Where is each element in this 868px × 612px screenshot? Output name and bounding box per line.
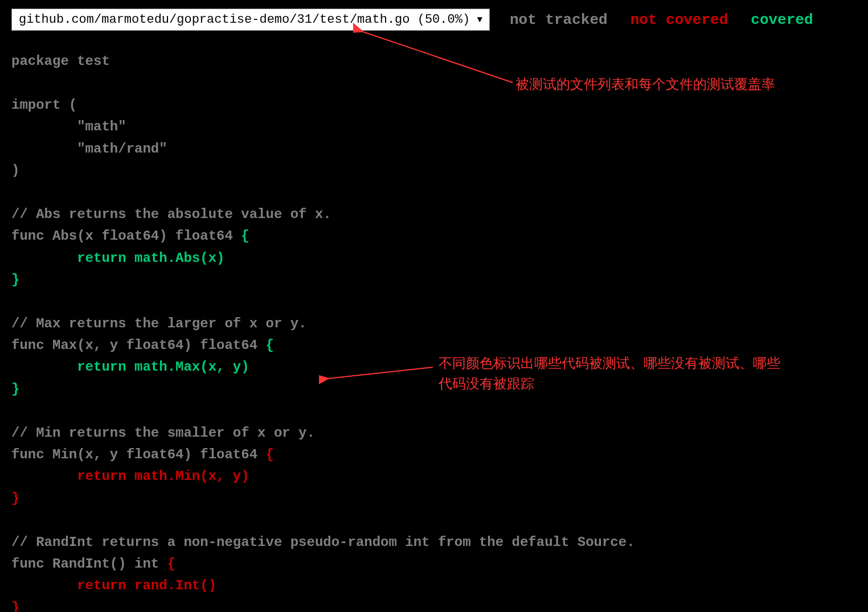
legend: not tracked not covered covered xyxy=(510,11,813,28)
annotation-color-meaning: 不同颜色标识出哪些代码被测试、哪些没有被测试、哪些代码没有被跟踪 xyxy=(439,353,792,394)
code-line: return rand.Int() xyxy=(11,575,857,597)
code-line xyxy=(11,182,857,203)
code-line: ) xyxy=(11,160,857,182)
code-area: package test import ( "math" "math/rand"… xyxy=(0,39,868,612)
code-line: // Abs returns the absolute value of x. xyxy=(11,204,857,225)
file-select-label: github.com/marmotedu/gopractise-demo/31/… xyxy=(19,13,470,27)
code-line: } xyxy=(11,269,857,291)
header-bar: github.com/marmotedu/gopractise-demo/31/… xyxy=(0,0,868,39)
file-select-dropdown[interactable]: github.com/marmotedu/gopractise-demo/31/… xyxy=(11,9,490,31)
legend-covered: covered xyxy=(751,11,813,28)
code-line: return math.Abs(x) xyxy=(11,248,857,269)
code-line xyxy=(11,510,857,531)
code-line: import ( xyxy=(11,95,857,116)
code-line: } xyxy=(11,597,857,612)
legend-not-covered: not covered xyxy=(630,11,728,28)
chevron-down-icon: ▼ xyxy=(477,15,482,25)
code-line: "math/rand" xyxy=(11,138,857,160)
code-line: } xyxy=(11,488,857,510)
code-line: package test xyxy=(11,51,857,72)
code-line: "math" xyxy=(11,116,857,138)
code-line xyxy=(11,291,857,313)
code-line: func Min(x, y float64) float64 { xyxy=(11,444,857,466)
code-line: // RandInt returns a non-negative pseudo… xyxy=(11,532,857,553)
annotation-file-list: 被测试的文件列表和每个文件的测试覆盖率 xyxy=(515,74,775,95)
code-line: // Min returns the smaller of x or y. xyxy=(11,422,857,444)
code-line: return math.Min(x, y) xyxy=(11,466,857,487)
code-line: func Abs(x float64) float64 { xyxy=(11,225,857,247)
code-line: func RandInt() int { xyxy=(11,553,857,575)
legend-not-tracked: not tracked xyxy=(510,11,608,28)
code-line xyxy=(11,400,857,422)
code-line: // Max returns the larger of x or y. xyxy=(11,313,857,335)
